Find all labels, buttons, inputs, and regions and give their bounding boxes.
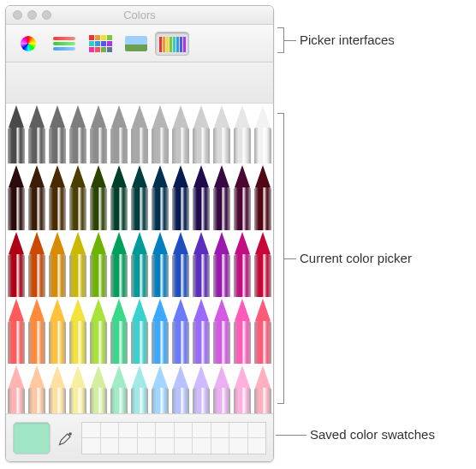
color-wheel-picker-tab[interactable] — [11, 32, 45, 56]
pencils-picker-tab[interactable] — [155, 32, 189, 56]
pencil-color[interactable] — [27, 163, 47, 230]
pencil-color[interactable] — [47, 297, 68, 364]
current-color-swatch[interactable] — [13, 422, 51, 454]
pencil-color[interactable] — [191, 364, 211, 413]
pencil-color[interactable] — [6, 104, 27, 163]
pencil-color[interactable] — [170, 297, 191, 364]
pencil-color[interactable] — [170, 163, 191, 230]
pencil-color[interactable] — [68, 230, 88, 297]
swatch-cell[interactable] — [119, 423, 137, 438]
pencil-color[interactable] — [6, 230, 27, 297]
pencil-color[interactable] — [109, 364, 129, 413]
pencil-color[interactable] — [6, 297, 27, 364]
pencil-color[interactable] — [253, 364, 273, 413]
pencil-color[interactable] — [129, 364, 150, 413]
swatch-cell[interactable] — [101, 438, 119, 454]
pencil-color[interactable] — [150, 364, 170, 413]
pencil-color[interactable] — [150, 297, 170, 364]
pencil-color[interactable] — [109, 104, 129, 163]
swatch-cell[interactable] — [248, 438, 266, 454]
swatch-cell[interactable] — [229, 438, 247, 454]
swatch-cell[interactable] — [119, 438, 137, 454]
pencil-color[interactable] — [27, 104, 47, 163]
pencil-color[interactable] — [88, 297, 109, 364]
pencil-color[interactable] — [129, 230, 150, 297]
pencil-color[interactable] — [68, 163, 88, 230]
pencil-color[interactable] — [27, 230, 47, 297]
swatch-cell[interactable] — [82, 423, 100, 438]
swatch-cell[interactable] — [82, 438, 100, 454]
pencil-color[interactable] — [170, 230, 191, 297]
pencil-color[interactable] — [6, 163, 27, 230]
swatch-cell[interactable] — [156, 438, 174, 454]
pencil-color[interactable] — [47, 230, 68, 297]
pencil-color[interactable] — [88, 163, 109, 230]
eyedropper-icon[interactable] — [57, 430, 74, 447]
pencil-color[interactable] — [27, 364, 47, 413]
pencil-color[interactable] — [191, 163, 211, 230]
pencil-color[interactable] — [253, 297, 273, 364]
swatch-cell[interactable] — [193, 438, 211, 454]
pencil-color[interactable] — [150, 104, 170, 163]
pencil-color[interactable] — [211, 163, 232, 230]
pencil-color[interactable] — [129, 297, 150, 364]
swatch-cell[interactable] — [138, 438, 156, 454]
pencil-row — [6, 297, 273, 364]
pencil-color[interactable] — [150, 163, 170, 230]
pencil-color[interactable] — [191, 230, 211, 297]
pencil-color[interactable] — [170, 364, 191, 413]
pencil-color[interactable] — [191, 297, 211, 364]
pencil-color[interactable] — [109, 163, 129, 230]
pencil-color[interactable] — [47, 163, 68, 230]
pencil-color[interactable] — [232, 104, 253, 163]
pencil-color[interactable] — [68, 297, 88, 364]
pencil-color[interactable] — [191, 104, 211, 163]
pencil-color[interactable] — [27, 297, 47, 364]
swatch-cell[interactable] — [156, 423, 174, 438]
color-sliders-picker-tab[interactable] — [47, 32, 81, 56]
pencil-color[interactable] — [211, 364, 232, 413]
pencil-color[interactable] — [109, 230, 129, 297]
color-wheel-icon — [21, 36, 36, 51]
pencil-color[interactable] — [170, 104, 191, 163]
sliders-icon — [53, 37, 75, 50]
pencil-color[interactable] — [6, 364, 27, 413]
image-palettes-picker-tab[interactable] — [119, 32, 153, 56]
image-icon — [125, 36, 147, 51]
pencil-color[interactable] — [129, 104, 150, 163]
callout-line — [284, 40, 296, 41]
swatch-cell[interactable] — [211, 423, 229, 438]
swatch-cell[interactable] — [211, 438, 229, 454]
swatch-cell[interactable] — [101, 423, 119, 438]
pencil-color[interactable] — [232, 297, 253, 364]
pencil-color[interactable] — [150, 230, 170, 297]
swatch-cell[interactable] — [175, 423, 193, 438]
pencil-color[interactable] — [253, 104, 273, 163]
swatch-cell[interactable] — [248, 423, 266, 438]
pencil-color[interactable] — [253, 163, 273, 230]
swatch-cell[interactable] — [138, 423, 156, 438]
pencil-color[interactable] — [129, 163, 150, 230]
callout-line — [284, 258, 296, 259]
pencil-color[interactable] — [232, 163, 253, 230]
pencil-color[interactable] — [211, 104, 232, 163]
window-title: Colors — [6, 9, 273, 21]
swatch-cell[interactable] — [193, 423, 211, 438]
swatch-cell[interactable] — [229, 423, 247, 438]
pencil-color[interactable] — [211, 230, 232, 297]
pencil-color[interactable] — [88, 230, 109, 297]
pencil-color[interactable] — [109, 297, 129, 364]
pencil-color[interactable] — [88, 104, 109, 163]
pencil-color[interactable] — [47, 104, 68, 163]
pencil-color[interactable] — [68, 104, 88, 163]
pencil-color[interactable] — [68, 364, 88, 413]
color-palettes-picker-tab[interactable] — [83, 32, 117, 56]
pencil-color[interactable] — [232, 364, 253, 413]
pencil-color[interactable] — [232, 230, 253, 297]
saved-swatches-grid[interactable] — [81, 422, 266, 454]
swatch-cell[interactable] — [175, 438, 193, 454]
pencil-color[interactable] — [211, 297, 232, 364]
pencil-color[interactable] — [88, 364, 109, 413]
pencil-color[interactable] — [47, 364, 68, 413]
pencil-color[interactable] — [253, 230, 273, 297]
